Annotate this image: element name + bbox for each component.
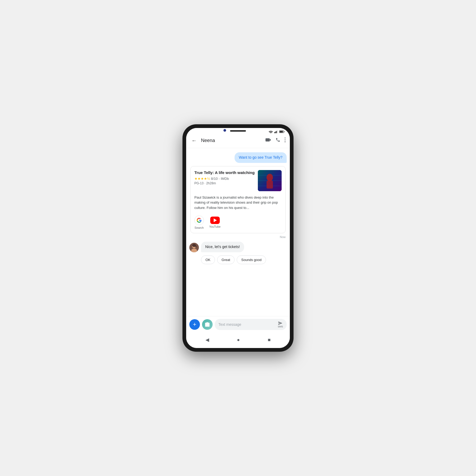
input-area: + Text message SMS bbox=[186, 316, 290, 333]
card-actions: Search YouTube bbox=[191, 213, 285, 233]
svg-rect-1 bbox=[274, 132, 275, 133]
wifi-icon bbox=[269, 130, 273, 133]
text-input-placeholder: Text message bbox=[218, 322, 241, 327]
search-label: Search bbox=[195, 226, 204, 229]
svg-rect-17 bbox=[267, 181, 273, 189]
avatar-image bbox=[189, 243, 199, 252]
plus-icon: + bbox=[193, 321, 196, 328]
top-bar: ← Neena bbox=[186, 134, 290, 148]
svg-rect-6 bbox=[284, 131, 284, 132]
svg-point-0 bbox=[270, 133, 271, 133]
camera-button[interactable] bbox=[202, 319, 213, 330]
youtube-icon[interactable] bbox=[210, 217, 220, 224]
video-call-button[interactable] bbox=[266, 138, 271, 143]
phone-screen: ← Neena bbox=[186, 128, 290, 348]
phone-call-button[interactable] bbox=[276, 138, 280, 144]
contact-name: Neena bbox=[201, 138, 262, 143]
outgoing-bubble: Want to go see True Telly? bbox=[235, 152, 287, 163]
card-top: True Telly: A life worth watching ★★★★½ … bbox=[191, 166, 285, 195]
svg-rect-3 bbox=[276, 131, 277, 133]
back-button[interactable]: ← bbox=[190, 136, 198, 145]
thumbnail-overlay bbox=[258, 170, 282, 191]
youtube-play-icon bbox=[214, 218, 217, 222]
card-info: True Telly: A life worth watching ★★★★½ … bbox=[194, 170, 255, 191]
youtube-label: YouTube bbox=[209, 225, 221, 228]
status-icons bbox=[269, 130, 285, 133]
battery-icon bbox=[279, 130, 285, 133]
quick-replies: OK Great Sounds good bbox=[189, 255, 287, 264]
top-actions bbox=[266, 138, 286, 144]
incoming-message-row: Nice, let's get tickets! bbox=[189, 242, 287, 252]
quick-reply-sounds-good[interactable]: Sounds good bbox=[237, 255, 266, 264]
card-description: Paul Sizawick is a journalist who dives … bbox=[191, 195, 285, 214]
svg-point-8 bbox=[285, 138, 286, 139]
chat-area: Want to go see True Telly? True Telly: A… bbox=[186, 148, 290, 316]
nav-recents-button[interactable]: ■ bbox=[263, 336, 275, 344]
card-title: True Telly: A life worth watching bbox=[194, 170, 255, 175]
nav-home-button[interactable]: ● bbox=[233, 336, 244, 344]
imdb-rating: 8/10 - IMDb bbox=[211, 177, 229, 181]
nav-bar: ◀ ● ■ bbox=[186, 333, 290, 348]
star-rating: ★★★★½ bbox=[194, 177, 210, 181]
card-thumbnail bbox=[258, 170, 282, 191]
text-input-wrap[interactable]: Text message SMS bbox=[215, 319, 287, 330]
svg-rect-7 bbox=[280, 131, 283, 132]
svg-point-16 bbox=[267, 174, 273, 181]
svg-point-10 bbox=[285, 141, 286, 142]
nav-back-button[interactable]: ◀ bbox=[201, 336, 213, 344]
svg-rect-4 bbox=[277, 130, 278, 133]
youtube-action[interactable]: YouTube bbox=[209, 217, 221, 228]
signal-icon bbox=[274, 130, 278, 133]
add-button[interactable]: + bbox=[189, 319, 200, 330]
svg-point-9 bbox=[285, 139, 286, 140]
search-action[interactable]: Search bbox=[194, 216, 204, 229]
quick-reply-ok[interactable]: OK bbox=[201, 255, 215, 264]
svg-point-21 bbox=[192, 244, 196, 247]
send-icon bbox=[278, 321, 283, 325]
avatar bbox=[189, 243, 199, 252]
incoming-bubble: Nice, let's get tickets! bbox=[201, 242, 244, 252]
card-meta: PG-13 · 2h28m bbox=[194, 181, 255, 185]
camera-preview bbox=[202, 319, 213, 330]
more-options-button[interactable] bbox=[285, 138, 286, 144]
google-search-icon[interactable] bbox=[194, 216, 204, 225]
svg-rect-2 bbox=[275, 131, 276, 133]
movie-card: True Telly: A life worth watching ★★★★½ … bbox=[190, 166, 286, 234]
svg-point-22 bbox=[195, 245, 196, 248]
card-rating: ★★★★½ 8/10 - IMDb bbox=[194, 177, 255, 181]
phone-frame: ← Neena bbox=[182, 124, 294, 352]
send-label: SMS bbox=[278, 325, 283, 328]
phone-camera bbox=[223, 129, 226, 132]
quick-reply-great[interactable]: Great bbox=[217, 255, 235, 264]
send-button[interactable]: SMS bbox=[278, 321, 283, 328]
phone-speaker bbox=[230, 130, 246, 132]
message-timestamp: Now bbox=[189, 235, 287, 239]
